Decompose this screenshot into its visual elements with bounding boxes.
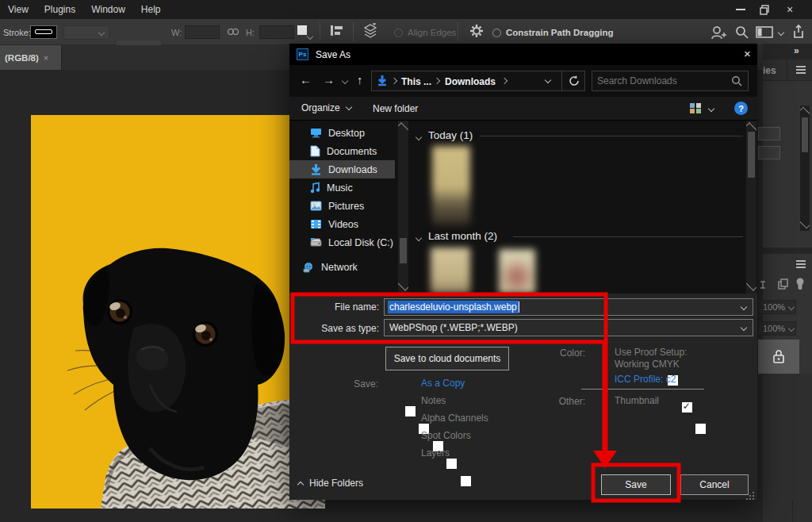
width-field[interactable]: [185, 25, 220, 39]
link-dimensions-icon[interactable]: [227, 27, 239, 36]
save-as-type-select[interactable]: WebPShop (*.WEBP;*.WEBP): [384, 319, 753, 336]
dialog-title: Save As: [316, 49, 350, 60]
as-a-copy-label: As a Copy: [421, 378, 465, 389]
help-button[interactable]: ?: [734, 102, 748, 115]
file-thumbnail-1[interactable]: [431, 248, 470, 294]
height-field[interactable]: [259, 25, 294, 39]
group-collapse-icon[interactable]: [416, 235, 422, 241]
restore-icon[interactable]: [760, 5, 770, 15]
file-name-input[interactable]: charlesdeluvio-unsplash.webp: [384, 298, 753, 316]
export-icon[interactable]: [792, 25, 805, 39]
breadcrumb-this-pc[interactable]: This ...: [401, 76, 431, 87]
save-button[interactable]: Save: [601, 474, 671, 495]
organize-button[interactable]: Organize: [301, 102, 351, 113]
section-divider: [581, 389, 704, 390]
search-box[interactable]: [592, 71, 749, 91]
close-window-icon[interactable]: ×: [787, 3, 793, 16]
new-folder-button[interactable]: New folder: [373, 103, 418, 114]
sidebar-item-videos[interactable]: Videos: [289, 215, 395, 233]
app-titlebar: View Plugins Window Help: [0, 0, 812, 19]
file-name-dropdown-icon[interactable]: [741, 304, 747, 310]
document-tab[interactable]: (RGB/8) ×: [0, 45, 62, 70]
save-as-type-dropdown-icon[interactable]: [741, 324, 747, 331]
panel-scrollbar[interactable]: [800, 106, 810, 231]
share-user-icon[interactable]: [710, 25, 726, 40]
sidebar-item-documents[interactable]: Documents: [289, 142, 395, 160]
save-to-cloud-button[interactable]: Save to cloud documents: [385, 347, 509, 370]
dialog-titlebar[interactable]: [289, 44, 757, 65]
path-operations-icon[interactable]: [362, 23, 378, 38]
as-a-copy-checkbox[interactable]: [405, 406, 416, 416]
sidebar-item-music[interactable]: Music: [289, 178, 395, 197]
layers-menu-icon[interactable]: [795, 259, 806, 269]
menu-window[interactable]: Window: [83, 4, 133, 15]
properties-panel-tab[interactable]: ies: [763, 65, 776, 76]
width-label: W:: [171, 28, 182, 37]
save-as-type-value: WebPShop (*.WEBP;*.WEBP): [389, 322, 518, 333]
menu-plugins[interactable]: Plugins: [36, 4, 83, 15]
minimize-icon[interactable]: [736, 9, 745, 10]
places-sidebar: Desktop Documents Downloads Music Pictur…: [289, 124, 395, 276]
opacity-field[interactable]: 100%: [758, 300, 796, 314]
thumbnail-checkbox[interactable]: [695, 424, 706, 434]
search-icon[interactable]: [735, 25, 749, 39]
lock-layer-button[interactable]: [758, 340, 799, 374]
refresh-icon[interactable]: [568, 75, 580, 87]
breadcrumb-downloads[interactable]: Downloads: [445, 76, 496, 87]
nav-forward-button[interactable]: →: [323, 73, 335, 86]
lock-position-icon[interactable]: [758, 279, 768, 290]
menu-view[interactable]: View: [0, 4, 36, 15]
file-thumbnail-today[interactable]: [432, 146, 470, 225]
desktop-icon: [310, 128, 322, 138]
group-header-today[interactable]: Today (1): [428, 129, 473, 141]
dialog-close-icon[interactable]: ×: [744, 47, 751, 60]
align-edges-label: Align Edges: [408, 28, 456, 37]
icc-profile-checkbox[interactable]: [682, 402, 692, 413]
file-name-label: File name:: [313, 301, 379, 313]
panel-menu-icon[interactable]: [795, 65, 806, 75]
panel-header-strip: [763, 44, 812, 59]
shape-mode-icon[interactable]: [297, 25, 307, 35]
downloads-folder-icon: [377, 75, 388, 87]
stroke-swatch[interactable]: [30, 25, 57, 39]
sidebar-item-downloads[interactable]: Downloads: [289, 160, 395, 178]
gear-icon[interactable]: [469, 24, 484, 38]
height-label: H:: [246, 28, 255, 37]
file-thumbnail-2[interactable]: [499, 249, 535, 294]
sidebar-item-local-disk[interactable]: Local Disk (C:): [289, 233, 395, 251]
fill-field[interactable]: 100%: [758, 321, 796, 336]
cancel-button[interactable]: Cancel: [680, 474, 749, 495]
sidebar-scrollbar[interactable]: [398, 121, 408, 294]
lock-all-icon[interactable]: [795, 278, 805, 290]
sidebar-item-network[interactable]: Network: [289, 258, 395, 276]
layers-checkbox[interactable]: [461, 476, 471, 486]
group-header-last-month[interactable]: Last month (2): [428, 230, 497, 242]
collapse-panels-icon[interactable]: »: [794, 45, 799, 56]
document-tab-close-icon[interactable]: ×: [44, 53, 48, 63]
resize-grip[interactable]: [745, 491, 755, 501]
sidebar-item-desktop[interactable]: Desktop: [289, 124, 395, 142]
panel-field[interactable]: [758, 127, 780, 140]
workspace-icon[interactable]: [756, 26, 773, 38]
divider: [792, 500, 793, 522]
search-input[interactable]: [592, 75, 731, 86]
videos-icon: [310, 219, 322, 229]
divider: [787, 59, 787, 81]
view-mode-icon[interactable]: [689, 102, 703, 114]
spot-colors-label: Spot Colors: [421, 430, 471, 441]
nav-up-button[interactable]: ↑: [357, 73, 363, 86]
hide-folders-button[interactable]: Hide Folders: [298, 478, 363, 489]
group-collapse-icon[interactable]: [416, 134, 422, 140]
menu-help[interactable]: Help: [133, 4, 169, 15]
align-edges-checkbox[interactable]: [394, 29, 403, 37]
spot-colors-checkbox[interactable]: [446, 459, 457, 469]
sidebar-item-pictures[interactable]: Pictures: [289, 197, 395, 215]
nav-back-button[interactable]: ←: [300, 73, 312, 86]
panel-field[interactable]: [758, 146, 780, 159]
files-scrollbar[interactable]: [746, 121, 756, 294]
path-align-icon[interactable]: [330, 25, 344, 36]
lock-pixels-icon[interactable]: [777, 278, 788, 290]
stroke-width-dropdown[interactable]: [63, 25, 109, 40]
color-section-label: Color:: [553, 347, 585, 359]
constrain-path-checkbox[interactable]: [492, 29, 501, 37]
